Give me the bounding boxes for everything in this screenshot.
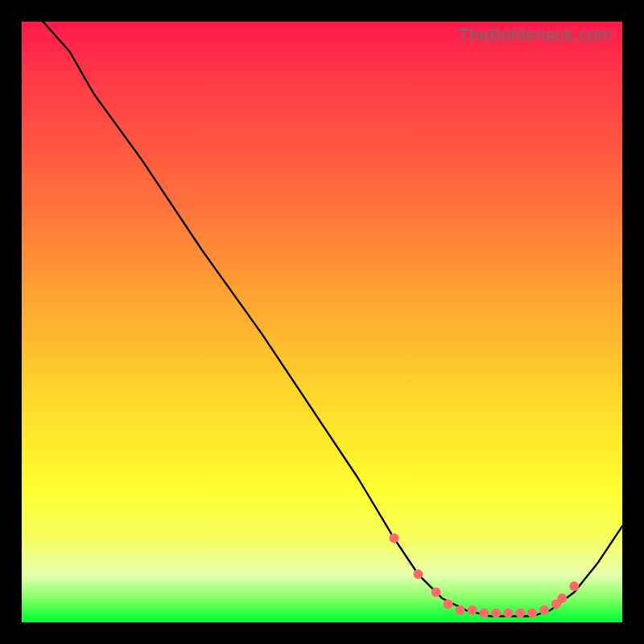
highlight-dot [491, 609, 501, 618]
highlight-dot [515, 609, 525, 618]
highlight-dot [557, 593, 567, 603]
highlight-dots-group [390, 534, 580, 618]
highlight-dot [390, 534, 399, 543]
highlight-dot [569, 581, 579, 591]
highlight-dot [503, 609, 513, 618]
highlight-dot [468, 605, 477, 615]
highlight-dot [527, 609, 537, 618]
highlight-dot [456, 605, 465, 615]
curve-layer [22, 22, 622, 622]
bottleneck-curve-path [22, 22, 622, 616]
plot-area: TheBottleneck.com [22, 22, 622, 622]
highlight-dot [431, 588, 441, 597]
highlight-dot [539, 605, 549, 615]
highlight-dot [444, 600, 453, 609]
chart-frame: TheBottleneck.com [0, 0, 644, 644]
highlight-dot [479, 609, 489, 618]
highlight-dot [413, 569, 423, 579]
